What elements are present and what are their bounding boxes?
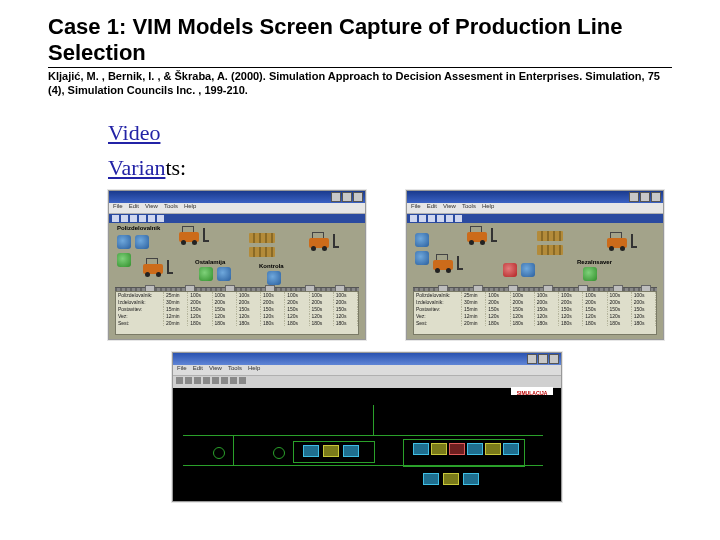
- machine-icon: [521, 263, 535, 277]
- toolbar-icon: [437, 215, 444, 222]
- table-cell: 100s: [213, 292, 237, 298]
- menu-item: Help: [248, 365, 260, 375]
- cad-machine-icon: [413, 443, 429, 455]
- table-cell: 12min: [164, 313, 188, 319]
- table-cell: 200s: [310, 299, 334, 305]
- toolbar-icon: [239, 377, 246, 384]
- table-cell: 180s: [188, 320, 212, 326]
- links-block: Video Variants:: [108, 115, 672, 185]
- table-cell: 25min: [164, 292, 188, 298]
- table-cell: 180s: [511, 320, 535, 326]
- table-cell: 15min: [462, 306, 486, 312]
- slide: Case 1: VIM Models Screen Capture of Pro…: [0, 0, 720, 540]
- table-cell: 120s: [334, 313, 358, 319]
- cad-machine-icon: [467, 443, 483, 455]
- cad-machine-icon: [343, 445, 359, 457]
- maximize-icon: [640, 192, 650, 202]
- table-cell: 180s: [213, 320, 237, 326]
- toolbar-icon: [130, 215, 137, 222]
- toolbar-icon: [203, 377, 210, 384]
- table-cell: 120s: [188, 313, 212, 319]
- pallet-icon: [249, 247, 275, 257]
- table-cell: 200s: [213, 299, 237, 305]
- table-cell: 180s: [261, 320, 285, 326]
- menu-item: File: [411, 203, 421, 213]
- table-cell: 150s: [310, 306, 334, 312]
- cad-machine-icon: [449, 443, 465, 455]
- table-cell: 20min: [164, 320, 188, 326]
- toolbar-icon: [157, 215, 164, 222]
- cad-machine-icon: [323, 445, 339, 457]
- menu-item: Tools: [228, 365, 242, 375]
- machine-icon: [415, 233, 429, 247]
- cad-machine-icon: [463, 473, 479, 485]
- table-cell: 100s: [285, 292, 309, 298]
- machine-icon: [199, 267, 213, 281]
- table-cell: 200s: [559, 299, 583, 305]
- cad-machine-icon: [431, 443, 447, 455]
- toolbar-icon: [212, 377, 219, 384]
- data-table: Polizdelovalnik:25min100s100s100s100s100…: [115, 291, 359, 335]
- table-cell: 150s: [583, 306, 607, 312]
- table-cell: 120s: [535, 313, 559, 319]
- table-cell: 120s: [310, 313, 334, 319]
- variants-label: Variants:: [108, 150, 672, 185]
- table-cell: 100s: [535, 292, 559, 298]
- table-cell: 180s: [237, 320, 261, 326]
- window-titlebar: [407, 191, 663, 203]
- minimize-icon: [331, 192, 341, 202]
- window-titlebar: [173, 353, 561, 365]
- table-cell: 200s: [486, 299, 510, 305]
- menu-item: View: [145, 203, 158, 213]
- menu-item: Tools: [462, 203, 476, 213]
- table-cell: 180s: [285, 320, 309, 326]
- table-cell: 200s: [285, 299, 309, 305]
- table-cell: 150s: [237, 306, 261, 312]
- forklift-icon: [433, 255, 463, 273]
- station-label: Kontrola: [259, 263, 284, 269]
- table-cell: 100s: [237, 292, 261, 298]
- table-row-label: Polizdelovalnik:: [116, 292, 164, 298]
- table-cell: 200s: [608, 299, 632, 305]
- toolbar-icon: [410, 215, 417, 222]
- table-row-label: Polizdelovalnik:: [414, 292, 462, 298]
- table-cell: 200s: [334, 299, 358, 305]
- forklift-icon: [467, 227, 497, 245]
- pallet-icon: [537, 231, 563, 241]
- toolbar-icon: [185, 377, 192, 384]
- sim-canvas: Rezalnsaver Polizdelovalnik:25min100s100…: [407, 223, 663, 339]
- table-cell: 180s: [583, 320, 607, 326]
- machine-icon: [503, 263, 517, 277]
- table-cell: 150s: [188, 306, 212, 312]
- variants-link[interactable]: Varian: [108, 155, 165, 180]
- machine-icon: [135, 235, 149, 249]
- table-cell: 120s: [486, 313, 510, 319]
- data-table: Polizdelovalnik:25min100s100s100s100s100…: [413, 291, 657, 335]
- table-cell: 120s: [608, 313, 632, 319]
- toolbar-icon: [121, 215, 128, 222]
- table-cell: 25min: [462, 292, 486, 298]
- table-cell: 200s: [583, 299, 607, 305]
- menu-item: File: [113, 203, 123, 213]
- pallet-icon: [537, 245, 563, 255]
- table-cell: 120s: [559, 313, 583, 319]
- table-cell: 100s: [486, 292, 510, 298]
- cad-circle-icon: [273, 447, 285, 459]
- station-label: Rezalnsaver: [577, 259, 612, 265]
- menu-item: View: [443, 203, 456, 213]
- pallet-icon: [249, 233, 275, 243]
- table-cell: 150s: [608, 306, 632, 312]
- table-cell: 30min: [164, 299, 188, 305]
- toolbar-icon: [230, 377, 237, 384]
- video-link[interactable]: Video: [108, 120, 160, 145]
- menu-item: Help: [184, 203, 196, 213]
- station-label: Ostalamija: [195, 259, 225, 265]
- table-cell: 180s: [535, 320, 559, 326]
- close-icon: [353, 192, 363, 202]
- menu-bar: File Edit View Tools Help: [173, 365, 561, 376]
- machine-icon: [217, 267, 231, 281]
- menu-bar: File Edit View Tools Help: [109, 203, 365, 214]
- table-cell: 150s: [334, 306, 358, 312]
- machine-icon: [117, 235, 131, 249]
- table-cell: 100s: [261, 292, 285, 298]
